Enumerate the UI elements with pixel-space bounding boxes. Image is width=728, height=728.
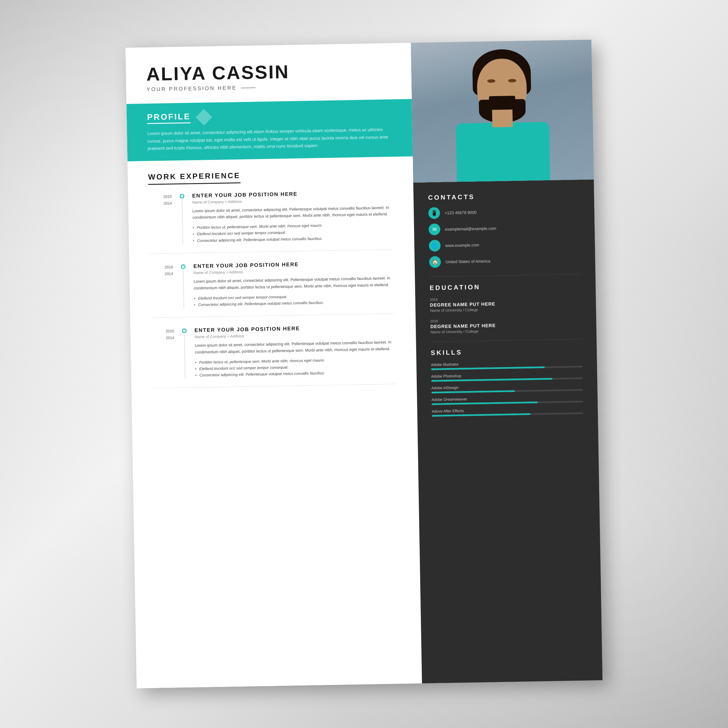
resume-document: ALIYA CASSIN YOUR PROFESSION HERE PROFIL… bbox=[125, 40, 603, 688]
contact-icon-phone: 📱 bbox=[428, 207, 440, 219]
contact-icon-location: 🏠 bbox=[429, 256, 441, 268]
education-section: EDUCATION 2016 DEGREE NAME PUT HERE Name… bbox=[430, 281, 582, 334]
contact-item-website: 🌐 www.example.com bbox=[429, 237, 581, 252]
left-column: ALIYA CASSIN YOUR PROFESSION HERE PROFIL… bbox=[125, 43, 422, 688]
header-area: ALIYA CASSIN YOUR PROFESSION HERE bbox=[125, 43, 412, 104]
dark-panel: CONTACTS 📱 +123 45678 9000 ✉ examplemail… bbox=[413, 179, 603, 684]
skill-item-4: Adove After Effects bbox=[432, 407, 583, 417]
contact-text-location: United States of America bbox=[445, 258, 490, 264]
profession-text: YOUR PROFESSION HERE bbox=[147, 85, 237, 92]
contacts-section: CONTACTS 📱 +123 45678 9000 ✉ examplemail… bbox=[428, 191, 581, 268]
skill-item-2: Adobe InDesign bbox=[431, 383, 583, 393]
job-content: ENTER YOUR JOB POSITION HERE Name of Com… bbox=[192, 189, 394, 244]
skill-bar-fill bbox=[431, 390, 515, 393]
job-dot bbox=[182, 328, 187, 333]
skill-item-3: Adobe Dreamweaver bbox=[431, 395, 583, 405]
job-dot bbox=[181, 264, 185, 269]
skill-bar-fill bbox=[431, 366, 544, 370]
contact-text-website: www.example.com bbox=[445, 243, 479, 248]
job-line bbox=[184, 334, 185, 379]
job-dot-line bbox=[180, 327, 190, 379]
job-year-start: 2010 bbox=[150, 263, 173, 271]
job-line bbox=[182, 199, 183, 244]
contact-item-phone: 📱 +123 45678 9000 bbox=[428, 205, 580, 219]
job-bullets-list: Porttitor lectus ut, pellentesque sem. M… bbox=[195, 356, 396, 379]
job-description: Lorem ipsum dolor sit amet, consectetur … bbox=[193, 205, 394, 221]
job-content: ENTER YOUR JOB POSITION HERE Name of Com… bbox=[193, 260, 395, 308]
education-list: 2016 DEGREE NAME PUT HERE Name of Univer… bbox=[430, 295, 582, 334]
contact-item-email: ✉ examplemail@example.com bbox=[429, 221, 580, 235]
profile-diamond-decoration bbox=[196, 109, 212, 125]
education-title: EDUCATION bbox=[430, 281, 581, 292]
education-entry-1: 2016 DEGREE NAME PUT HERE Name of Univer… bbox=[430, 317, 582, 334]
skills-list: Adobe Illustrator Adobe Photoshop Adobe … bbox=[431, 360, 583, 417]
divider-2 bbox=[431, 339, 582, 342]
contacts-title: CONTACTS bbox=[428, 191, 580, 202]
skill-bar-fill bbox=[431, 402, 538, 405]
contact-text-email: examplemail@example.com bbox=[445, 226, 496, 231]
contact-icon-email: ✉ bbox=[429, 223, 440, 235]
job-entry-0: 2010 2014 ENTER YOUR JOB POSITION HERE N… bbox=[148, 189, 394, 254]
skill-item-0: Adobe Illustrator bbox=[431, 360, 583, 370]
divider-1 bbox=[430, 274, 581, 277]
skill-bar-fill bbox=[432, 413, 530, 417]
job-bullets-list: Porttitor lectus ut, pellentesque sem. M… bbox=[193, 221, 394, 244]
skills-section: SKILLS Adobe Illustrator Adobe Photoshop… bbox=[431, 347, 583, 417]
contact-icon-website: 🌐 bbox=[429, 240, 441, 252]
job-year-start: 2010 bbox=[148, 193, 172, 200]
job-bullets-list: Eleifend tincidunt orci sed semper tempo… bbox=[194, 292, 395, 308]
job-years: 2010 2014 bbox=[150, 263, 174, 309]
job-description: Lorem ipsum dolor sit amet, consectetur … bbox=[194, 275, 395, 292]
job-years: 2010 2014 bbox=[151, 327, 175, 379]
name-block: ALIYA CASSIN YOUR PROFESSION HERE bbox=[146, 61, 392, 93]
profession-dash-decoration bbox=[241, 87, 255, 88]
work-experience-section: WORK EXPERIENCE 2010 2014 ENTER YOUR JOB… bbox=[127, 156, 422, 688]
job-dot bbox=[180, 194, 184, 198]
skills-title: SKILLS bbox=[431, 347, 582, 357]
profile-description: Lorem ipsum dolor sit amet, consectetur … bbox=[147, 125, 392, 152]
contact-item-location: 🏠 United States of America bbox=[429, 254, 581, 268]
job-year-end: 2014 bbox=[150, 270, 173, 277]
profile-section: PROFILE Lorem ipsum dolor sit amet, cons… bbox=[126, 99, 413, 161]
job-year-end: 2014 bbox=[151, 334, 174, 341]
job-dot-line bbox=[179, 263, 188, 308]
person-photo bbox=[411, 40, 594, 183]
job-entry-1: 2010 2014 ENTER YOUR JOB POSITION HERE N… bbox=[150, 260, 395, 318]
work-experience-title: WORK EXPERIENCE bbox=[148, 171, 240, 185]
skill-item-1: Adobe Photoshop bbox=[431, 372, 583, 382]
job-entry-2: 2010 2014 ENTER YOUR JOB POSITION HERE N… bbox=[151, 324, 396, 388]
contacts-list: 📱 +123 45678 9000 ✉ examplemail@example.… bbox=[428, 205, 581, 268]
contact-text-phone: +123 45678 9000 bbox=[445, 210, 477, 215]
job-year-start: 2010 bbox=[151, 327, 174, 335]
photo-area bbox=[411, 40, 594, 183]
job-years: 2010 2014 bbox=[148, 193, 173, 245]
job-line bbox=[183, 270, 184, 308]
profile-header: PROFILE bbox=[147, 108, 392, 124]
right-column: CONTACTS 📱 +123 45678 9000 ✉ examplemail… bbox=[411, 40, 603, 683]
education-entry-0: 2016 DEGREE NAME PUT HERE Name of Univer… bbox=[430, 295, 581, 313]
job-year-end: 2014 bbox=[148, 200, 172, 207]
candidate-name: ALIYA CASSIN bbox=[146, 61, 391, 84]
job-list: 2010 2014 ENTER YOUR JOB POSITION HERE N… bbox=[148, 189, 397, 388]
skill-bar-fill bbox=[431, 378, 552, 382]
job-dot-line bbox=[177, 193, 187, 244]
profile-title: PROFILE bbox=[147, 112, 191, 124]
job-content: ENTER YOUR JOB POSITION HERE Name of Com… bbox=[194, 324, 396, 379]
job-description: Lorem ipsum dolor sit amet, consectetur … bbox=[195, 339, 396, 356]
